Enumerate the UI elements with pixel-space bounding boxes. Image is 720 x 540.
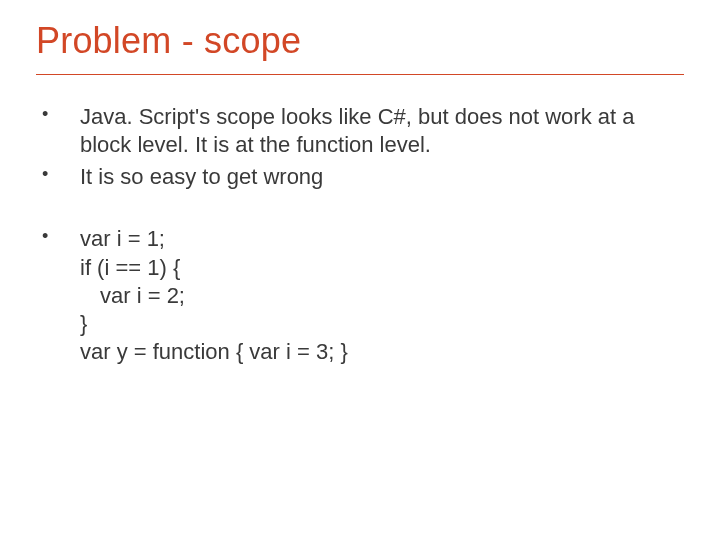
bullet-list: Java. Script's scope looks like C#, but … <box>36 103 684 366</box>
slide: Problem - scope Java. Script's scope loo… <box>0 0 720 540</box>
code-line-4: } <box>80 310 684 338</box>
title-underline <box>36 74 684 75</box>
code-line-1: var i = 1; <box>80 225 684 253</box>
slide-title: Problem - scope <box>36 20 684 62</box>
code-line-2: if (i == 1) { <box>80 254 684 282</box>
bullet-text-2: It is so easy to get wrong <box>80 164 323 189</box>
bullet-item-2: It is so easy to get wrong <box>36 163 684 191</box>
code-line-3: var i = 2; <box>80 282 684 310</box>
bullet-item-3: var i = 1; if (i == 1) { var i = 2; } va… <box>36 225 684 366</box>
bullet-item-1: Java. Script's scope looks like C#, but … <box>36 103 684 159</box>
bullet-gap <box>36 195 684 221</box>
bullet-text-1: Java. Script's scope looks like C#, but … <box>80 104 634 157</box>
code-block: var i = 1; if (i == 1) { var i = 2; } va… <box>80 225 684 366</box>
code-line-5: var y = function { var i = 3; } <box>80 338 684 366</box>
